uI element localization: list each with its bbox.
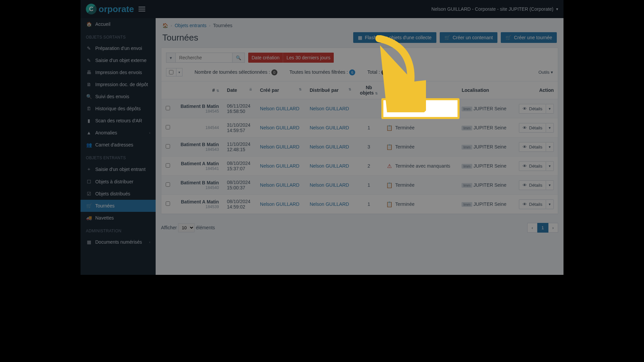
action-cell: 👁Détails▾ [513, 176, 558, 195]
user-link[interactable]: Nelson GUILLARD [310, 106, 349, 111]
selected-count-label: Nombre de tournées sélectionnées : [195, 69, 270, 75]
page-number-button[interactable]: 1 [537, 223, 548, 233]
sidebar-item[interactable]: 🗎Impression doc. de dépôt [80, 78, 156, 90]
date-cell: 08/10/202415:00:37 [223, 176, 256, 195]
user-link[interactable]: Nelson GUILLARD [310, 163, 349, 169]
route-name: Batiment A Matin [181, 161, 219, 166]
sidebar-item[interactable]: ☐Objets à distribuer [80, 176, 156, 188]
row-checkbox[interactable] [166, 144, 170, 148]
user-link[interactable]: Nelson GUILLARD [260, 106, 300, 111]
sidebar-item[interactable]: ☑Objets distribués [80, 188, 156, 200]
sidebar-item-icon: 🔍 [86, 94, 92, 99]
details-button[interactable]: 👁Détails [519, 104, 546, 114]
page-length-select[interactable]: 10 [178, 223, 195, 232]
home-icon[interactable]: 🏠 [162, 23, 168, 28]
clipboard-icon: 📋 [386, 125, 392, 131]
search-scope-dropdown[interactable]: ▾ [166, 53, 175, 63]
row-actions-dropdown[interactable]: ▾ [546, 104, 554, 114]
status-label: Terminée [395, 144, 415, 149]
sidebar-item[interactable]: 🛒Tournées [80, 200, 156, 212]
route-id: 184544 [178, 125, 219, 130]
button-label: Détails [529, 183, 542, 188]
breadcrumb-current: Tournées [213, 23, 232, 28]
sidebar-item[interactable]: 🔍Suivi des envois [80, 90, 156, 103]
sidebar-item[interactable]: 🚚Navettes [80, 212, 156, 224]
sidebar-section-outgoing: OBJETS SORTANTS [80, 30, 156, 42]
col-nb-objects[interactable]: Nb objets⇅ [355, 81, 382, 99]
row-actions-dropdown[interactable]: ▾ [546, 199, 554, 209]
sidebar-item[interactable]: 🖶Impression des envois [80, 66, 156, 78]
select-all-dropdown[interactable]: ▾ [176, 68, 182, 76]
row-actions-dropdown[interactable]: ▾ [546, 142, 554, 152]
sidebar-item[interactable]: ▲Anomalies‹ [80, 127, 156, 139]
page-prev-button[interactable]: ‹ [527, 223, 537, 233]
total-count-badge: 205 [381, 69, 391, 75]
status-cell: 📋Terminée [382, 99, 458, 118]
create-round-button[interactable]: 🛒 Créer une tournée [501, 32, 557, 43]
user-link[interactable]: Nelson GUILLARD [310, 201, 349, 207]
sidebar-item[interactable]: 🗓Historique des dépôts [80, 103, 156, 115]
user-link[interactable]: Nelson GUILLARD [260, 163, 300, 169]
table-row: Batiment A Matin18453908/10/202414:59:02… [161, 195, 558, 214]
row-checkbox[interactable] [166, 201, 170, 206]
date-range-filter[interactable]: Date création Les 30 derniers jours [248, 53, 334, 63]
row-actions-dropdown[interactable]: ▾ [546, 180, 554, 190]
row-id-cell: Batiment B Matin184540 [174, 176, 223, 195]
search-input[interactable] [175, 53, 232, 63]
sidebar-item-home[interactable]: 🏠 Accueil [80, 18, 156, 30]
select-all-checkbox[interactable] [166, 68, 176, 76]
menu-toggle-icon[interactable] [139, 7, 145, 11]
user-link[interactable]: Nelson GUILLARD [260, 182, 300, 188]
user-context-dropdown[interactable]: Nelson GUILLARD - Corporate - site JUPIT… [431, 6, 558, 12]
sidebar-item[interactable]: ▦Documents numérisés‹ [80, 236, 156, 248]
sidebar-item[interactable]: 👥Carnet d'adresses [80, 139, 156, 151]
brand-logo[interactable]: C orporate [86, 4, 134, 14]
sort-icon: ⇊ [249, 87, 252, 91]
sidebar-item[interactable]: ＋Saisie d'un objet entrant [80, 163, 156, 176]
user-link[interactable]: Nelson GUILLARD [260, 125, 300, 130]
details-button[interactable]: 👁Détails [519, 199, 546, 209]
details-button[interactable]: 👁Détails [519, 123, 546, 133]
row-checkbox-cell [161, 118, 174, 137]
filtered-count-badge: 6 [349, 69, 355, 75]
clipboard-icon: 📋 [386, 182, 392, 188]
button-label: Créer une tournée [514, 35, 552, 40]
tools-label: Outils [538, 70, 549, 75]
user-link[interactable]: Nelson GUILLARD [260, 201, 300, 207]
sidebar-item[interactable]: ✎Préparation d'un envoi [80, 42, 156, 54]
page-next-button[interactable]: › [548, 223, 558, 233]
user-link[interactable]: Nelson GUILLARD [310, 144, 349, 149]
route-name: Batiment A Matin [181, 199, 219, 204]
location-tag: Imm [462, 145, 472, 149]
col-created-by[interactable]: Créé par⇅ [256, 81, 306, 99]
sort-icon: ⇅ [348, 87, 351, 91]
details-button[interactable]: 👁Détails [519, 142, 546, 152]
breadcrumb-link[interactable]: Objets entrants [175, 23, 207, 28]
row-actions-dropdown[interactable]: ▾ [546, 123, 554, 133]
tools-dropdown[interactable]: Outils ▾ [538, 70, 553, 75]
user-link[interactable]: Nelson GUILLARD [260, 144, 300, 149]
sidebar-item[interactable]: ✎Saisie d'un objet externe [80, 54, 156, 66]
date-cell: 11/10/202412:48:15 [223, 137, 256, 157]
details-button[interactable]: 👁Détails [519, 161, 546, 171]
row-checkbox[interactable] [166, 125, 170, 129]
col-status[interactable]: Statut [382, 81, 458, 99]
sidebar-item[interactable]: ▮Scan des retours d'AR [80, 115, 156, 127]
sidebar-item-label: Préparation d'un envoi [95, 46, 142, 51]
details-button[interactable]: 👁Détails [519, 180, 546, 190]
chevron-left-icon: ‹ [149, 131, 150, 135]
flash-collect-button[interactable]: ▦ Flasher les objets d'une collecte [353, 32, 436, 43]
row-checkbox[interactable] [166, 182, 170, 187]
user-link[interactable]: Nelson GUILLARD [310, 182, 349, 188]
row-actions-dropdown[interactable]: ▾ [546, 161, 554, 171]
user-link[interactable]: Nelson GUILLARD [310, 125, 349, 130]
col-distributed-by[interactable]: Distribué par⇅ [306, 81, 355, 99]
row-checkbox[interactable] [166, 106, 170, 110]
col-number[interactable]: #⇅ [174, 81, 223, 99]
sort-icon: ⇅ [299, 87, 302, 91]
row-checkbox[interactable] [166, 163, 170, 168]
create-container-button[interactable]: 🛒 Créer un contenant [440, 32, 498, 43]
col-date[interactable]: Date⇊ [223, 81, 256, 99]
location-cell: ImmJUPITER Seine [458, 99, 513, 118]
search-button[interactable]: 🔍 [232, 53, 245, 63]
